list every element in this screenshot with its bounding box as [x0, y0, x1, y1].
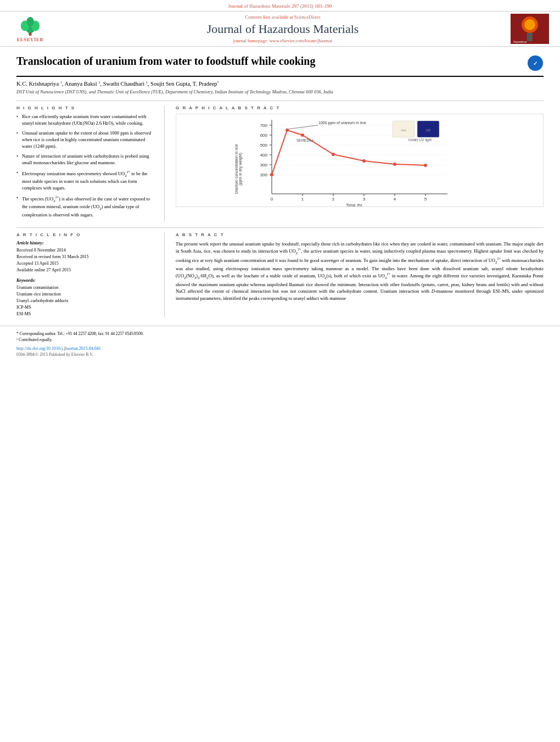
- svg-point-4: [26, 17, 33, 26]
- svg-point-55: [393, 163, 396, 166]
- article-info-heading: A R T I C L E I N F O: [16, 232, 156, 237]
- journal-title: Journal of Hazardous Materials: [55, 22, 511, 36]
- article-info-section: A R T I C L E I N F O Article history: R…: [16, 227, 544, 317]
- crossmark-icon[interactable]: ✓: [527, 55, 544, 71]
- graphical-abstract-heading: G R A P H I C A L A B S T R A C T: [176, 105, 544, 110]
- svg-text:1: 1: [301, 197, 304, 202]
- svg-text:Under UV light: Under UV light: [408, 138, 432, 142]
- svg-text:Time (h): Time (h): [346, 203, 362, 207]
- elsevier-logo: ELSEVIER: [5, 14, 55, 44]
- sciencedirect-link[interactable]: ScienceDirect: [294, 14, 321, 20]
- graphical-abstract-col: G R A P H I C A L A B S T R A C T Uraniu…: [176, 105, 544, 221]
- keywords-list: Uranium contamination Uranium–rice inter…: [16, 284, 156, 317]
- contributed-note: ¹ Contributed equally.: [16, 337, 544, 343]
- svg-text:UV: UV: [426, 129, 430, 132]
- svg-text:Hazardous: Hazardous: [513, 40, 527, 43]
- svg-text:5: 5: [424, 197, 427, 202]
- doi-link[interactable]: http://dx.doi.org/10.1016/j.jhazmat.2015…: [16, 346, 101, 351]
- svg-point-9: [524, 19, 535, 30]
- svg-text:✓: ✓: [533, 60, 537, 66]
- svg-text:300: 300: [260, 163, 268, 168]
- footer-footnotes: * Corresponding author. Tel.: +91 44 225…: [16, 331, 544, 343]
- hazmat-logo-icon: Hazardous Materials: [511, 14, 549, 44]
- logo-overlay: Hazardous Materials: [511, 14, 549, 44]
- homepage-url[interactable]: www.elsevier.com/locate/jhazmat: [269, 38, 332, 43]
- highlight-item-4: Electrospray ionization mass spectrometr…: [16, 170, 156, 192]
- keyword-2: Uranium–rice interaction: [16, 291, 156, 298]
- article-title: Translocation of uranium from water to f…: [16, 55, 522, 68]
- article-history-label: Article history:: [16, 241, 156, 246]
- highlight-item-2: Unusual uranium uptake to the extent of …: [16, 130, 156, 150]
- svg-text:3: 3: [363, 197, 366, 202]
- article-title-row: Translocation of uranium from water to f…: [16, 55, 544, 77]
- top-bar: Journal of Hazardous Materials 297 (2015…: [0, 0, 560, 11]
- abstract-col: A B S T R A C T The present work report …: [176, 232, 544, 317]
- abstract-text: The present work report the unusual uran…: [176, 241, 544, 302]
- svg-text:SEMEDAX: SEMEDAX: [296, 138, 314, 142]
- available-date: Available online 27 April 2015: [16, 267, 156, 274]
- svg-point-53: [332, 153, 335, 156]
- uranium-graph: Uranium concentration in rice (ppm in dr…: [176, 114, 543, 207]
- svg-text:500: 500: [260, 143, 268, 148]
- svg-text:Uranium concentration in rice: Uranium concentration in rice: [234, 144, 238, 194]
- accepted-date: Accepted 13 April 2015: [16, 260, 156, 267]
- footer: * Corresponding author. Tel.: +91 44 225…: [0, 326, 560, 361]
- highlights-heading: H I G H L I G H T S: [16, 105, 156, 110]
- svg-text:rice: rice: [401, 129, 406, 132]
- svg-text:2: 2: [332, 197, 335, 202]
- homepage-label: journal homepage: www.elsevier.com/locat…: [55, 38, 511, 43]
- svg-text:(ppm in dry weight): (ppm in dry weight): [238, 153, 243, 186]
- svg-rect-6: [29, 35, 31, 36]
- keyword-4: ICP-MS: [16, 304, 156, 311]
- svg-rect-10: [527, 33, 533, 41]
- keywords-label: Keywords:: [16, 278, 156, 283]
- received-date: Received 8 November 2014: [16, 247, 156, 254]
- highlight-item-3: Nature of interaction of uranium with ca…: [16, 153, 156, 166]
- svg-point-56: [424, 164, 427, 167]
- svg-text:4: 4: [394, 197, 396, 202]
- elsevier-tree-icon: [14, 15, 47, 36]
- svg-point-52: [301, 133, 304, 137]
- graphical-abstract-image: Uranium concentration in rice (ppm in dr…: [176, 114, 544, 207]
- svg-text:700: 700: [260, 123, 268, 128]
- highlight-item-5: The species (UO22+) is also observed in …: [16, 195, 156, 219]
- highlights-col: H I G H L I G H T S Rice can efficiently…: [16, 105, 165, 221]
- svg-rect-15: [233, 114, 486, 207]
- article-info-left: A R T I C L E I N F O Article history: R…: [16, 232, 165, 317]
- journal-logo-image: Hazardous Materials: [511, 14, 549, 44]
- svg-text:400: 400: [260, 153, 268, 158]
- revised-date: Received in revised form 31 March 2015: [16, 254, 156, 260]
- svg-text:0: 0: [271, 197, 273, 202]
- sciencedirect-label: Contents lists available at ScienceDirec…: [55, 14, 511, 20]
- highlights-abstract-section: H I G H L I G H T S Rice can efficiently…: [16, 101, 544, 221]
- authors-text: K.C. Krishnapriya 1, Ananya Baksi 1, Swa…: [16, 81, 219, 87]
- journal-header: ELSEVIER Contents lists available at Sci…: [0, 11, 560, 47]
- keyword-5: ESI-MS: [16, 311, 156, 317]
- page-wrapper: Journal of Hazardous Materials 297 (2015…: [0, 0, 560, 360]
- elsevier-brand-text: ELSEVIER: [17, 37, 43, 42]
- svg-point-50: [270, 173, 273, 176]
- svg-text:1000 ppm of uranium in rice: 1000 ppm of uranium in rice: [318, 121, 366, 125]
- journal-ref: Journal of Hazardous Materials 297 (2015…: [228, 3, 332, 9]
- abstract-heading: A B S T R A C T: [176, 232, 544, 237]
- keyword-3: Uranyl–carbohydrate adducts: [16, 298, 156, 304]
- footer-copyright: 0304-3894/© 2015 Published by Elsevier B…: [16, 352, 544, 357]
- svg-text:600: 600: [260, 133, 268, 138]
- svg-point-5: [29, 32, 31, 35]
- corresponding-note: * Corresponding author. Tel.: +91 44 225…: [16, 331, 544, 337]
- highlight-item-1: Rice can efficiently uptake uranium from…: [16, 114, 156, 127]
- article-area: Translocation of uranium from water to f…: [0, 47, 560, 323]
- svg-point-54: [362, 159, 366, 163]
- highlights-list: Rice can efficiently uptake uranium from…: [16, 114, 156, 218]
- svg-text:200: 200: [260, 172, 268, 177]
- keyword-1: Uranium contamination: [16, 284, 156, 291]
- authors: K.C. Krishnapriya 1, Ananya Baksi 1, Swa…: [16, 80, 544, 87]
- footer-doi: http://dx.doi.org/10.1016/j.jhazmat.2015…: [16, 346, 544, 351]
- affiliation: DST Unit of Nanoscience (DST UNS), and T…: [16, 89, 544, 96]
- journal-center: Contents lists available at ScienceDirec…: [55, 14, 511, 43]
